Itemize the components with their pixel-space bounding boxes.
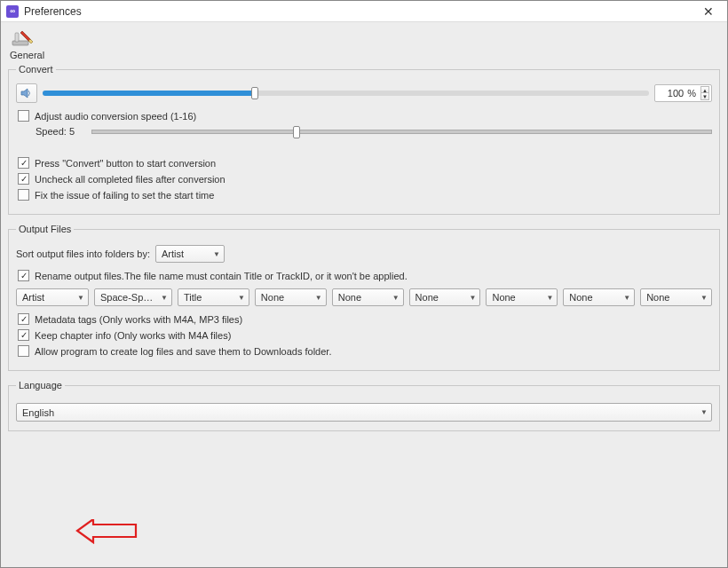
dialog-body: General Convert 100 % [1, 22, 727, 567]
sort-dropdown[interactable]: Artist ▼ [155, 245, 225, 263]
log-row: Allow program to create log files and sa… [16, 345, 712, 357]
metadata-label: Metadata tags (Only works with M4A, MP3 … [35, 314, 242, 325]
language-dropdown[interactable]: English ▼ [16, 403, 712, 422]
titlebar: ∞ Preferences ✕ [1, 1, 727, 22]
chevron-down-icon: ▼ [213, 250, 220, 258]
fix-start-time-checkbox[interactable] [18, 189, 29, 201]
rename-label: Rename output files.The file name must c… [35, 271, 408, 281]
output-files-section: Output Files Sort output files into fold… [8, 224, 720, 371]
sort-row: Sort output files into folders by: Artis… [16, 245, 712, 263]
speaker-icon [20, 88, 33, 99]
volume-step-up[interactable]: ▲ [700, 86, 709, 93]
rename-field-2[interactable]: None▼ [255, 288, 327, 306]
volume-value: 100 [659, 88, 685, 99]
fix-start-time-row: Fix the issue of failing to set the star… [16, 189, 712, 201]
rename-field-1[interactable]: Title▼ [178, 288, 249, 306]
rename-field-3[interactable]: None▼ [332, 288, 404, 306]
uncheck-completed-checkbox[interactable] [18, 173, 29, 185]
uncheck-completed-label: Uncheck all completed files after conver… [35, 174, 226, 185]
close-button[interactable]: ✕ [695, 3, 722, 20]
language-section: Language English ▼ [8, 380, 720, 431]
volume-row: 100 % ▲ ▼ [16, 83, 712, 103]
press-convert-label: Press "Convert" button to start conversi… [35, 158, 216, 169]
rename-separator[interactable]: Space-Space▼ [94, 288, 172, 306]
window-title: Preferences [24, 5, 695, 18]
app-icon: ∞ [6, 5, 19, 18]
uncheck-completed-row: Uncheck all completed files after conver… [16, 173, 712, 185]
rename-field-4[interactable]: None▼ [409, 288, 481, 306]
sort-label: Sort output files into folders by: [16, 248, 150, 259]
rename-fields-row: Artist▼ Space-Space▼ Title▼ None▼ None▼ … [16, 288, 712, 306]
adjust-speed-row: Adjust audio conversion speed (1-16) [16, 110, 712, 122]
volume-fill [43, 91, 255, 96]
press-convert-row: Press "Convert" button to start conversi… [16, 157, 712, 169]
general-tab-label: General [10, 50, 720, 60]
chapter-checkbox[interactable] [18, 329, 29, 341]
speed-slider[interactable] [91, 130, 712, 134]
rename-row: Rename output files.The file name must c… [16, 270, 712, 281]
speed-thumb[interactable] [293, 126, 300, 138]
rename-checkbox[interactable] [18, 270, 29, 281]
metadata-row: Metadata tags (Only works with M4A, MP3 … [16, 313, 712, 325]
log-label: Allow program to create log files and sa… [35, 346, 331, 357]
chapter-row: Keep chapter info (Only works with M4A f… [16, 329, 712, 341]
rename-field-6[interactable]: None▼ [563, 288, 635, 306]
chevron-down-icon: ▼ [700, 408, 708, 416]
speed-row: Speed: 5 [36, 126, 712, 137]
convert-legend: Convert [16, 64, 56, 75]
adjust-speed-checkbox[interactable] [18, 110, 29, 122]
language-legend: Language [16, 380, 65, 390]
volume-slider[interactable] [43, 91, 649, 96]
convert-section: Convert 100 % ▲ ▼ [8, 64, 720, 215]
metadata-checkbox[interactable] [18, 313, 29, 325]
fix-start-time-label: Fix the issue of failing to set the star… [35, 190, 214, 201]
output-files-legend: Output Files [16, 224, 74, 234]
volume-step-down[interactable]: ▼ [700, 93, 709, 100]
volume-spinner[interactable]: 100 % ▲ ▼ [654, 84, 712, 102]
svg-rect-1 [15, 33, 19, 42]
speed-label: Speed: 5 [36, 126, 84, 137]
tools-icon [10, 28, 35, 49]
volume-suffix: % [685, 88, 698, 99]
press-convert-checkbox[interactable] [18, 157, 29, 169]
volume-thumb[interactable] [251, 87, 258, 99]
general-tab[interactable]: General [10, 28, 720, 60]
rename-field-5[interactable]: None▼ [486, 288, 558, 306]
rename-field-0[interactable]: Artist▼ [16, 288, 89, 306]
log-checkbox[interactable] [18, 345, 29, 357]
svg-rect-0 [12, 41, 28, 45]
chapter-label: Keep chapter info (Only works with M4A f… [35, 330, 231, 341]
preferences-window: ∞ Preferences ✕ General Convert [0, 0, 728, 568]
annotation-arrow-icon [75, 519, 138, 546]
adjust-speed-label: Adjust audio conversion speed (1-16) [35, 111, 196, 122]
volume-button[interactable] [16, 83, 37, 103]
rename-field-7[interactable]: None▼ [640, 288, 712, 306]
